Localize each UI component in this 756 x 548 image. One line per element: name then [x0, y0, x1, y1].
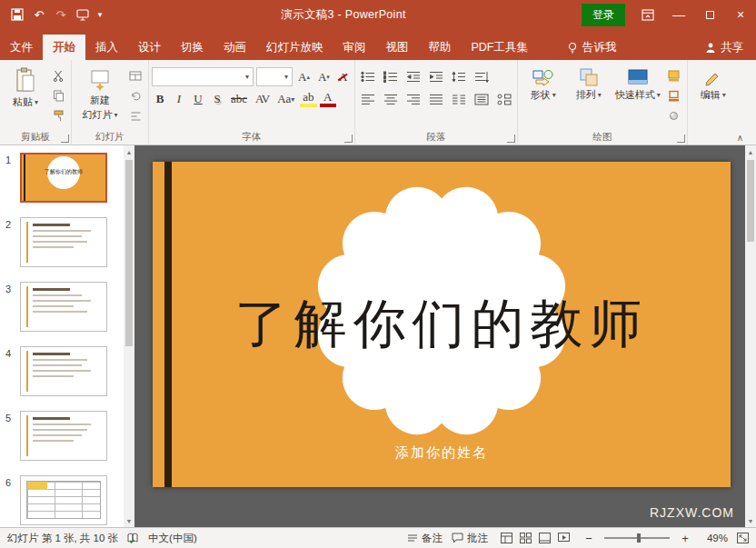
tab-design[interactable]: 设计	[128, 35, 171, 60]
comments-button[interactable]: 批注	[452, 532, 488, 545]
line-spacing-icon[interactable]	[449, 67, 469, 85]
save-icon[interactable]	[7, 4, 27, 25]
numbering-icon[interactable]	[381, 67, 401, 85]
scroll-up-icon[interactable]: ▲	[745, 145, 756, 158]
zoom-percentage[interactable]: 49%	[701, 533, 728, 543]
italic-button[interactable]: I	[171, 91, 187, 107]
editing-button[interactable]: 编辑▾	[691, 63, 736, 102]
tell-me-button[interactable]: 告诉我	[558, 35, 626, 60]
tab-slideshow[interactable]: 幻灯片放映	[256, 35, 333, 60]
maximize-button[interactable]	[694, 0, 725, 29]
format-painter-icon[interactable]	[50, 107, 66, 124]
text-shadow-button[interactable]: S	[209, 91, 225, 107]
start-slideshow-icon[interactable]	[73, 4, 93, 25]
cut-icon[interactable]	[50, 67, 66, 84]
shrink-font-button[interactable]: A▾	[315, 69, 333, 85]
new-slide-button[interactable]: 新建 幻灯片▾	[75, 63, 125, 122]
align-right-icon[interactable]	[403, 90, 423, 108]
login-button[interactable]: 登录	[582, 4, 625, 26]
normal-view-button[interactable]	[501, 533, 512, 543]
scroll-up-icon[interactable]: ▲	[124, 145, 134, 158]
shape-effects-icon[interactable]	[666, 107, 682, 124]
scroll-down-icon[interactable]: ▼	[124, 514, 134, 527]
drawing-dialog-launcher[interactable]	[677, 135, 685, 143]
zoom-slider[interactable]	[604, 537, 670, 539]
tab-pdf-toolset[interactable]: PDF工具集	[462, 35, 539, 60]
font-dialog-launcher[interactable]	[344, 135, 353, 143]
tab-view[interactable]: 视图	[376, 35, 419, 60]
customize-quick-access-icon[interactable]: ▾	[94, 4, 105, 25]
tab-file[interactable]: 文件	[0, 35, 43, 60]
tab-animations[interactable]: 动画	[214, 35, 256, 60]
bullets-icon[interactable]	[358, 67, 378, 85]
redo-icon[interactable]: ↷	[51, 4, 71, 25]
collapse-ribbon-icon[interactable]: ∧	[737, 133, 743, 143]
zoom-slider-thumb[interactable]	[637, 533, 641, 543]
fit-to-window-icon[interactable]	[737, 533, 749, 543]
justify-icon[interactable]	[426, 90, 446, 108]
notes-button[interactable]: 备注	[407, 532, 443, 545]
slide[interactable]: 了解你们的教师 添加你的姓名	[153, 162, 731, 487]
font-size-select[interactable]: ▾	[256, 67, 293, 86]
thumbnail-scrollbar[interactable]: ▲ ▼	[124, 145, 134, 527]
paragraph-dialog-launcher[interactable]	[507, 135, 515, 143]
highlight-color-button[interactable]: ab	[300, 91, 316, 107]
slide-thumbnail-5[interactable]	[20, 411, 107, 461]
tab-help[interactable]: 帮助	[419, 35, 462, 60]
paste-button[interactable]: 粘贴▾	[3, 63, 48, 109]
slide-thumbnail-1[interactable]: 了解你们的教师	[20, 153, 107, 203]
align-text-icon[interactable]	[472, 90, 492, 108]
align-left-icon[interactable]	[358, 90, 378, 108]
font-name-select[interactable]: ▾	[152, 67, 254, 86]
clipboard-dialog-launcher[interactable]	[61, 135, 69, 143]
change-case-button[interactable]: Aa▾	[274, 91, 297, 107]
close-button[interactable]: ×	[725, 0, 756, 29]
slide-subtitle-text[interactable]: 添加你的姓名	[153, 444, 731, 462]
underline-button[interactable]: U	[190, 91, 206, 107]
reading-view-button[interactable]	[539, 533, 551, 543]
convert-to-smartart-icon[interactable]	[494, 90, 514, 108]
share-button[interactable]: 共享	[692, 35, 756, 60]
slide-indicator[interactable]: 幻灯片 第 1 张, 共 10 张	[7, 532, 118, 545]
clear-formatting-button[interactable]: A	[335, 69, 352, 85]
slide-thumbnail-3[interactable]	[20, 282, 107, 332]
slideshow-view-button[interactable]	[558, 533, 570, 543]
slide-layout-icon[interactable]	[127, 67, 144, 84]
language-indicator[interactable]: 中文(中国)	[148, 532, 197, 545]
slide-thumbnail-2[interactable]	[20, 217, 107, 267]
scrollbar-thumb[interactable]	[125, 160, 133, 346]
font-color-button[interactable]: A	[320, 91, 336, 107]
slide-thumbnail-6[interactable]	[20, 475, 107, 525]
slide-sorter-view-button[interactable]	[520, 533, 532, 543]
copy-icon[interactable]	[50, 87, 66, 104]
shape-fill-icon[interactable]	[666, 67, 682, 84]
shape-outline-icon[interactable]	[666, 87, 682, 104]
canvas-scrollbar[interactable]: ▲ ▼	[745, 145, 756, 527]
scroll-down-icon[interactable]: ▼	[745, 514, 756, 527]
section-icon[interactable]	[127, 107, 144, 124]
zoom-in-button[interactable]: +	[679, 532, 691, 545]
undo-icon[interactable]: ↶	[29, 4, 49, 25]
tab-transitions[interactable]: 切换	[171, 35, 214, 60]
ribbon-display-options-icon[interactable]	[632, 0, 663, 29]
scrollbar-thumb[interactable]	[747, 160, 754, 242]
slide-thumbnail-4[interactable]	[20, 346, 107, 396]
bold-button[interactable]: B	[152, 91, 168, 107]
tab-review[interactable]: 审阅	[333, 35, 376, 60]
spell-check-icon[interactable]	[127, 533, 139, 543]
decrease-indent-icon[interactable]	[403, 67, 423, 85]
arrange-button[interactable]: 排列▾	[566, 63, 612, 102]
columns-icon[interactable]	[449, 90, 469, 108]
text-direction-icon[interactable]	[472, 67, 492, 85]
align-center-icon[interactable]	[381, 90, 401, 108]
tab-home[interactable]: 开始	[43, 35, 85, 60]
reset-slide-icon[interactable]	[127, 87, 144, 104]
grow-font-button[interactable]: A▴	[295, 69, 313, 85]
tab-insert[interactable]: 插入	[85, 35, 128, 60]
shapes-button[interactable]: 形状▾	[521, 63, 566, 102]
slide-title-text[interactable]: 了解你们的教师	[153, 162, 731, 487]
increase-indent-icon[interactable]	[426, 67, 446, 85]
minimize-button[interactable]: —	[663, 0, 694, 29]
quick-styles-button[interactable]: 快速样式▾	[612, 63, 664, 102]
character-spacing-button[interactable]: AV	[253, 91, 272, 107]
